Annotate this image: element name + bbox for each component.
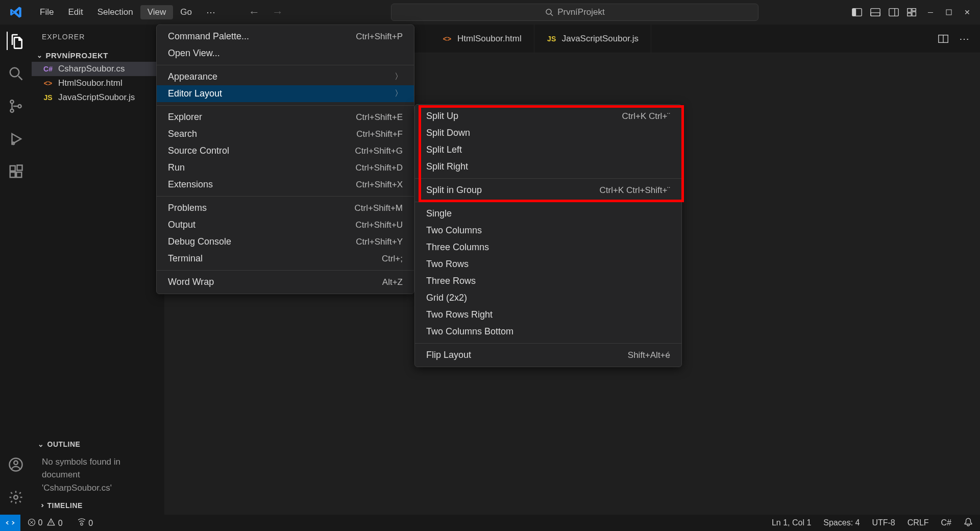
svg-point-15	[10, 100, 13, 103]
sidebar-title: EXPLORER	[32, 25, 164, 49]
menu-item[interactable]: Split Left	[415, 141, 681, 158]
chevron-right-icon: ⌄	[37, 502, 45, 509]
menu-go[interactable]: Go	[173, 5, 199, 19]
editor-tab[interactable]: <>HtmlSoubor.html	[430, 25, 534, 53]
outline-header[interactable]: ⌄ OUTLINE	[32, 437, 164, 451]
chevron-down-icon: ⌄	[37, 52, 43, 59]
menu-edit[interactable]: Edit	[61, 5, 90, 19]
command-center-input[interactable]: PrvníProjekt	[391, 4, 758, 21]
nav-back-icon[interactable]: ←	[249, 6, 260, 19]
status-eol[interactable]: CRLF	[908, 518, 929, 527]
toggle-panel-icon[interactable]	[870, 7, 881, 18]
menu-item[interactable]: SearchCtrl+Shift+F	[157, 126, 414, 142]
activity-source-control-icon[interactable]	[7, 97, 25, 115]
menu-item[interactable]: Single	[415, 205, 681, 222]
view-menu-dropdown: Command Palette...Ctrl+Shift+POpen View.…	[156, 25, 414, 294]
menu-item[interactable]: Open View...	[157, 45, 414, 62]
menu-item[interactable]: Two Columns Bottom	[415, 323, 681, 340]
menu-label: Two Rows Right	[426, 309, 493, 320]
svg-rect-21	[16, 172, 21, 177]
menu-item[interactable]: Three Columns	[415, 239, 681, 256]
menu-label: Split Right	[426, 161, 468, 172]
activity-bar	[0, 25, 32, 515]
status-remote-icon[interactable]	[0, 515, 20, 531]
window-minimize[interactable]: ─	[925, 7, 936, 18]
svg-rect-19	[10, 166, 15, 171]
menu-view[interactable]: View	[140, 5, 174, 19]
split-editor-icon[interactable]	[938, 33, 949, 44]
menu-item[interactable]: Split UpCtrl+K Ctrl+¨	[415, 108, 681, 125]
status-ports[interactable]: 0	[77, 518, 93, 528]
titlebar: File Edit Selection View Go ⋯ ← → PrvníP…	[0, 0, 980, 25]
nav-arrows: ← →	[249, 6, 283, 19]
nav-forward-icon[interactable]: →	[272, 6, 283, 19]
menu-item[interactable]: Split in GroupCtrl+K Ctrl+Shift+¨	[415, 182, 681, 199]
status-errors[interactable]: 0	[28, 518, 42, 527]
menu-item[interactable]: Split Right	[415, 158, 681, 175]
status-notifications-icon[interactable]	[964, 517, 973, 528]
more-actions-icon[interactable]: ⋯	[959, 33, 970, 45]
activity-account-icon[interactable]	[7, 455, 25, 474]
menu-item[interactable]: Flip LayoutShift+Alt+é	[415, 347, 681, 364]
status-left: 0 0 0	[20, 518, 93, 528]
outline-section: ⌄ OUTLINE No symbols found in document '…	[32, 437, 164, 499]
menu-item[interactable]: Word WrapAlt+Z	[157, 274, 414, 291]
menu-label: Source Control	[168, 146, 229, 156]
menu-item[interactable]: ExtensionsCtrl+Shift+X	[157, 176, 414, 193]
menu-item[interactable]: Grid (2x2)	[415, 289, 681, 306]
menu-item[interactable]: Debug ConsoleCtrl+Shift+Y	[157, 233, 414, 250]
menu-item[interactable]: Source ControlCtrl+Shift+G	[157, 142, 414, 159]
file-name: JavaScriptSoubor.js	[58, 92, 135, 103]
menu-file[interactable]: File	[33, 5, 61, 19]
menu-item[interactable]: TerminalCtrl+;	[157, 250, 414, 267]
svg-rect-9	[912, 9, 916, 11]
separator	[157, 105, 414, 106]
activity-explorer-icon[interactable]	[7, 32, 25, 50]
status-spaces[interactable]: Spaces: 4	[823, 518, 860, 527]
svg-point-25	[14, 495, 18, 499]
menu-selection[interactable]: Selection	[90, 5, 140, 19]
toggle-primary-sidebar-icon[interactable]	[851, 7, 863, 18]
menu-item[interactable]: Two Columns	[415, 222, 681, 239]
menu-item[interactable]: Two Rows Right	[415, 306, 681, 323]
menu-label: Two Columns	[426, 225, 482, 236]
timeline-header[interactable]: ⌄ TIMELINE	[32, 498, 164, 513]
window-maximize[interactable]	[943, 7, 954, 18]
status-warnings[interactable]: 0	[46, 518, 62, 528]
shortcut: Ctrl+Shift+F	[356, 129, 403, 139]
menu-item[interactable]: Two Rows	[415, 256, 681, 273]
menu-item[interactable]: Command Palette...Ctrl+Shift+P	[157, 28, 414, 45]
menu-item[interactable]: RunCtrl+Shift+D	[157, 159, 414, 176]
activity-settings-icon[interactable]	[7, 488, 25, 506]
editor-tab[interactable]: JSJavaScriptSoubor.js	[534, 25, 651, 53]
menu-label: Output	[168, 220, 195, 230]
menu-item[interactable]: Split Down	[415, 125, 681, 141]
file-icon: JS	[43, 93, 53, 102]
menu-item[interactable]: Three Rows	[415, 273, 681, 289]
file-row[interactable]: C#CsharpSoubor.cs	[32, 62, 164, 76]
file-row[interactable]: <>HtmlSoubor.html	[32, 76, 164, 90]
menu-label: Three Rows	[426, 276, 476, 286]
status-lncol[interactable]: Ln 1, Col 1	[772, 518, 811, 527]
activity-extensions-icon[interactable]	[7, 162, 25, 181]
file-row[interactable]: JSJavaScriptSoubor.js	[32, 90, 164, 105]
customize-layout-icon[interactable]	[906, 7, 918, 18]
svg-line-14	[18, 76, 22, 80]
activity-search-icon[interactable]	[7, 64, 25, 83]
menu-item[interactable]: ExplorerCtrl+Shift+E	[157, 109, 414, 126]
menu-item[interactable]: OutputCtrl+Shift+U	[157, 216, 414, 233]
status-encoding[interactable]: UTF-8	[872, 518, 895, 527]
tab-label: HtmlSoubor.html	[457, 34, 522, 44]
menu-item[interactable]: ProblemsCtrl+Shift+M	[157, 200, 414, 216]
shortcut: Ctrl+Shift+P	[356, 32, 403, 42]
menu-overflow[interactable]: ⋯	[199, 5, 223, 20]
separator	[157, 65, 414, 65]
window-close[interactable]: ✕	[962, 7, 973, 18]
activity-run-icon[interactable]	[7, 130, 25, 148]
menu-item[interactable]: Appearance〉	[157, 68, 414, 85]
toggle-secondary-sidebar-icon[interactable]	[888, 7, 899, 18]
project-header[interactable]: ⌄ PRVNÍPROJEKT	[32, 49, 164, 62]
status-language[interactable]: C#	[941, 518, 951, 527]
svg-rect-22	[17, 165, 22, 171]
menu-item[interactable]: Editor Layout〉	[157, 85, 414, 102]
